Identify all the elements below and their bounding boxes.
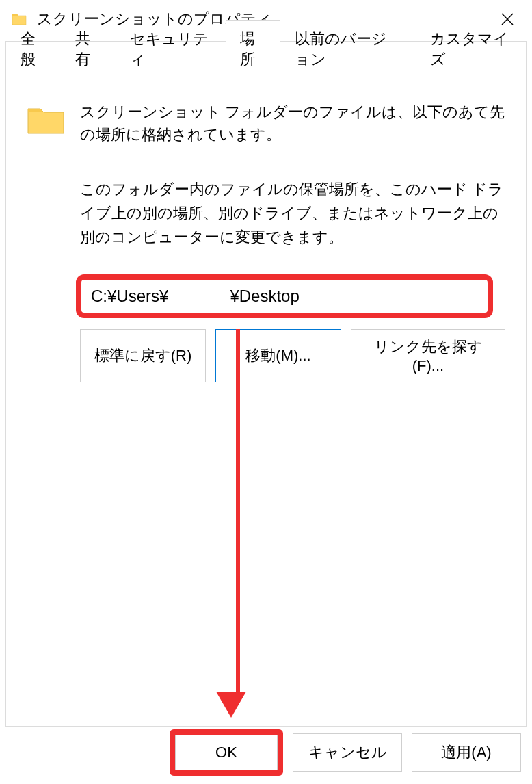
- folder-icon-large: [27, 103, 65, 136]
- tab-content-location: スクリーンショット フォルダーのファイルは、以下のあて先の場所に格納されています…: [6, 77, 526, 396]
- path-redacted: [168, 287, 230, 306]
- path-highlight-annotation: C:¥Users¥ ¥Desktop: [76, 274, 493, 318]
- restore-default-button[interactable]: 標準に戻す(R): [80, 329, 206, 382]
- dialog-body: 全般 共有 セキュリティ 場所 以前のバージョン カスタマイズ スクリーンショッ…: [5, 41, 527, 727]
- intro-text: スクリーンショット フォルダーのファイルは、以下のあて先の場所に格納されています…: [80, 101, 505, 146]
- tab-location[interactable]: 場所: [226, 20, 280, 77]
- tab-strip: 全般 共有 セキュリティ 場所 以前のバージョン カスタマイズ: [6, 42, 526, 77]
- location-path-input[interactable]: C:¥Users¥ ¥Desktop: [84, 283, 485, 310]
- cancel-button[interactable]: キャンセル: [293, 733, 402, 772]
- tab-general[interactable]: 全般: [6, 20, 61, 77]
- ok-highlight-annotation: OK: [170, 729, 283, 776]
- apply-button[interactable]: 適用(A): [412, 733, 521, 772]
- path-suffix: ¥Desktop: [230, 287, 299, 305]
- tab-customize[interactable]: カスタマイズ: [416, 20, 526, 77]
- tab-previous-versions[interactable]: 以前のバージョン: [280, 20, 416, 77]
- find-target-button[interactable]: リンク先を探す(F)...: [351, 329, 505, 382]
- tab-security[interactable]: セキュリティ: [116, 20, 226, 77]
- move-button[interactable]: 移動(M)...: [215, 329, 341, 382]
- path-prefix: C:¥Users¥: [91, 287, 168, 305]
- help-text: このフォルダー内のファイルの保管場所を、このハード ドライブ上の別の場所、別のド…: [80, 177, 505, 250]
- tab-share[interactable]: 共有: [61, 20, 116, 77]
- location-button-row: 標準に戻す(R) 移動(M)... リンク先を探す(F)...: [80, 329, 505, 382]
- dialog-footer: OK キャンセル 適用(A): [170, 729, 521, 776]
- ok-button[interactable]: OK: [175, 735, 278, 770]
